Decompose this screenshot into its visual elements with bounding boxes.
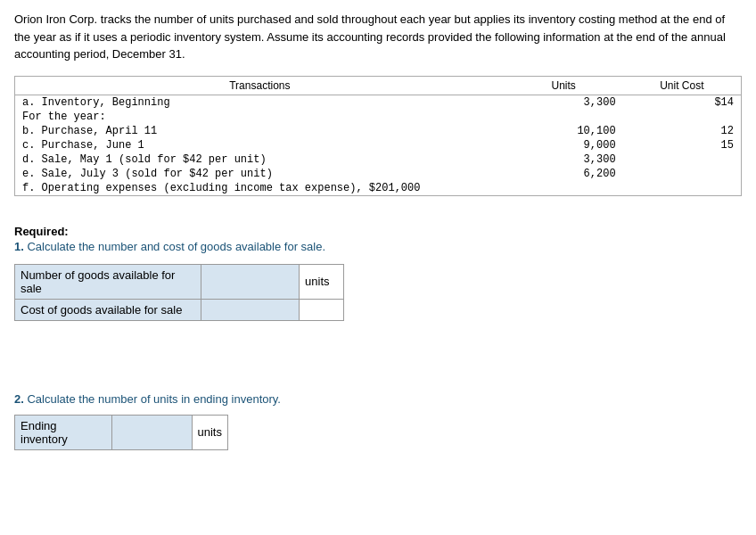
row-desc: c. Purchase, June 1	[15, 138, 505, 152]
q1-cost-label: Cost of goods available for sale	[15, 299, 201, 320]
q1-description: Calculate the number and cost of goods a…	[27, 240, 325, 253]
required-label: Required:	[14, 225, 742, 238]
table-row: a. Inventory, Beginning 3,300 $14	[15, 95, 742, 110]
q1-cost-unit	[300, 299, 344, 320]
q2-row: Ending inventory units	[15, 415, 228, 449]
row-unit-cost: 15	[623, 138, 742, 152]
table-row: c. Purchase, June 1 9,000 15	[15, 138, 742, 152]
q1-number-unit: units	[300, 264, 344, 299]
q1-number-input[interactable]	[207, 275, 293, 288]
q1-number: 1.	[14, 240, 24, 253]
row-desc: d. Sale, May 1 (sold for $42 per unit)	[15, 152, 505, 167]
table-row: b. Purchase, April 11 10,100 12	[15, 124, 742, 138]
q2-ending-table: Ending inventory units	[14, 415, 228, 450]
col-header-unitcost: Unit Cost	[623, 76, 742, 95]
col-header-units: Units	[505, 76, 623, 95]
q1-cost-input[interactable]	[207, 303, 293, 317]
ending-inventory-input[interactable]	[118, 425, 185, 439]
row-desc: e. Sale, July 3 (sold for $42 per unit)	[15, 167, 505, 181]
col-header-transactions: Transactions	[15, 76, 505, 95]
transaction-table: Transactions Units Unit Cost a. Inventor…	[14, 76, 742, 196]
q1-cost-input-cell[interactable]	[201, 299, 300, 320]
row-units: 3,300	[505, 95, 623, 110]
row-unit-cost: 12	[623, 124, 742, 138]
question-1-text: 1. Calculate the number and cost of good…	[14, 240, 742, 253]
ending-inventory-input-cell[interactable]	[112, 415, 192, 449]
ending-inventory-unit: units	[192, 415, 227, 449]
row-units: 6,200	[505, 167, 623, 181]
q1-row-number: Number of goods available for sale units	[15, 264, 344, 299]
q1-row-cost: Cost of goods available for sale	[15, 299, 344, 320]
intro-paragraph: Orion Iron Corp. tracks the number of un…	[14, 11, 742, 63]
row-desc: For the year:	[15, 110, 505, 124]
q1-number-input-cell[interactable]	[201, 264, 300, 299]
question-2-text: 2. Calculate the number of units in endi…	[14, 392, 742, 406]
row-desc: a. Inventory, Beginning	[15, 95, 505, 110]
table-row: e. Sale, July 3 (sold for $42 per unit) …	[15, 167, 742, 181]
q2-description: Calculate the number of units in ending …	[27, 392, 280, 406]
row-units: 10,100	[505, 124, 623, 138]
table-row: f. Operating expenses (excluding income …	[15, 181, 742, 196]
row-units: 3,300	[505, 152, 623, 167]
row-desc: f. Operating expenses (excluding income …	[15, 181, 505, 196]
row-unit-cost: $14	[623, 95, 742, 110]
table-row: For the year:	[15, 110, 742, 124]
q2-number: 2.	[14, 392, 24, 406]
row-units: 9,000	[505, 138, 623, 152]
table-row: d. Sale, May 1 (sold for $42 per unit) 3…	[15, 152, 742, 167]
q1-number-label: Number of goods available for sale	[15, 264, 201, 299]
q1-input-table: Number of goods available for sale units…	[14, 264, 344, 321]
row-desc: b. Purchase, April 11	[15, 124, 505, 138]
ending-inventory-label: Ending inventory	[15, 415, 112, 449]
